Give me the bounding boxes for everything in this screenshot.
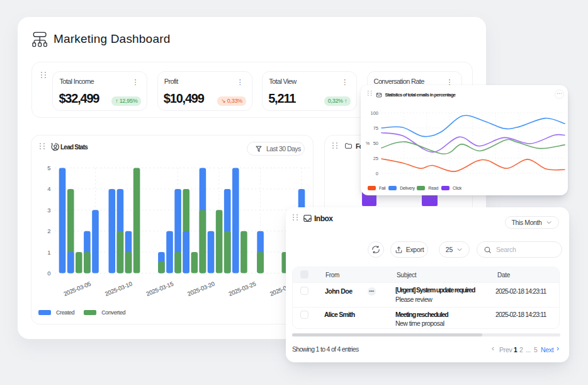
svg-text:5: 5: [47, 164, 50, 171]
svg-text:2025-03-20: 2025-03-20: [186, 280, 215, 297]
svg-text:2025-03-15: 2025-03-15: [145, 280, 174, 297]
svg-text:3: 3: [47, 207, 50, 214]
svg-text:4: 4: [47, 185, 50, 192]
svg-text:2025-03-25: 2025-03-25: [227, 280, 256, 297]
svg-text:2: 2: [47, 227, 50, 234]
svg-text:2025-03-05: 2025-03-05: [62, 280, 91, 297]
svg-text:0: 0: [47, 270, 50, 277]
svg-text:2025-03-10: 2025-03-10: [104, 280, 133, 297]
svg-text:1: 1: [47, 249, 50, 256]
